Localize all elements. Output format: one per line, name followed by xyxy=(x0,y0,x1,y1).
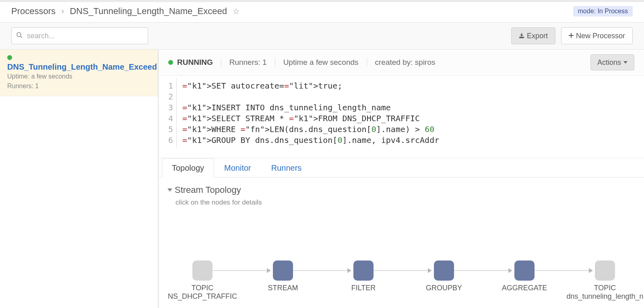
plus-icon xyxy=(569,33,574,39)
topology-edge xyxy=(293,270,351,271)
topology-hint: click on the nodes for details xyxy=(175,198,634,207)
header-runners: Runners: 1 xyxy=(229,58,267,67)
tab-monitor[interactable]: Monitor xyxy=(214,158,261,178)
topology-panel: Stream Topology click on the nodes for d… xyxy=(159,178,644,308)
search-icon xyxy=(16,32,23,40)
status-dot-icon xyxy=(7,55,12,60)
tab-runners[interactable]: Runners xyxy=(261,158,312,178)
svg-line-1 xyxy=(21,36,22,38)
topology-node-label: TOPICNS_DHCP_TRAFFIC xyxy=(168,284,237,300)
actions-dropdown[interactable]: Actions xyxy=(590,54,634,70)
caret-down-icon xyxy=(623,61,627,64)
topology-title-text: Stream Topology xyxy=(175,185,241,195)
topology-node[interactable]: FILTER xyxy=(353,260,374,281)
topology-node-label: TOPICdns_tunneling_length_n xyxy=(566,284,643,300)
chevron-down-icon xyxy=(167,188,172,192)
sidebar: DNS_Tunneling_Length_Name_Exceed Uptime:… xyxy=(0,50,159,308)
topology-node-label: FILTER xyxy=(351,284,376,292)
editor-gutter: 123456 xyxy=(159,78,177,148)
tab-topology[interactable]: Topology xyxy=(162,158,214,178)
mode-badge: mode: In Process xyxy=(573,6,633,17)
toolbar: Export New Processor xyxy=(0,22,644,50)
topology-node[interactable]: STREAM xyxy=(273,260,293,281)
topology-node-label: GROUPBY xyxy=(426,284,462,292)
header-created-by: created by: spiros xyxy=(375,58,436,67)
divider xyxy=(275,58,275,67)
breadcrumb-current: DNS_Tunneling_Length_Name_Exceed xyxy=(70,6,227,17)
new-processor-label: New Processor xyxy=(576,32,625,40)
breadcrumb-bar: Processors › DNS_Tunneling_Length_Name_E… xyxy=(0,2,644,22)
export-button[interactable]: Export xyxy=(511,27,555,44)
divider xyxy=(367,58,367,67)
topology-edge xyxy=(213,270,270,271)
star-icon[interactable]: ☆ xyxy=(233,6,240,16)
sidebar-item-title: DNS_Tunneling_Length_Name_Exceed xyxy=(7,62,151,72)
topology-edge xyxy=(454,270,512,271)
new-processor-button[interactable]: New Processor xyxy=(561,27,633,44)
sidebar-item-uptime: Uptime: a few seconds xyxy=(7,72,151,81)
topology-edge xyxy=(374,270,431,271)
status-chip: RUNNING xyxy=(168,58,213,67)
topology-node[interactable]: TOPICdns_tunneling_length_n xyxy=(595,260,615,281)
topology-title[interactable]: Stream Topology xyxy=(168,185,634,195)
content-header: RUNNING Runners: 1 Uptime a few seconds … xyxy=(159,50,644,76)
breadcrumb-separator: › xyxy=(61,6,64,17)
topology-node-label: STREAM xyxy=(268,284,298,292)
topology-node-label: AGGREGATE xyxy=(502,284,547,292)
editor-code: ="k1">SET autocreate=="lit">true; ="k1">… xyxy=(177,78,445,148)
header-uptime: Uptime a few seconds xyxy=(283,58,359,67)
sidebar-item-runners: Runners: 1 xyxy=(7,81,151,91)
status-text: RUNNING xyxy=(177,58,213,67)
sql-editor[interactable]: 123456 ="k1">SET autocreate=="lit">true;… xyxy=(159,76,644,158)
svg-point-0 xyxy=(17,33,21,37)
topology-graph: TOPICNS_DHCP_TRAFFICSTREAMFILTERGROUPBYA… xyxy=(168,220,634,308)
search-input[interactable] xyxy=(11,27,148,44)
actions-label: Actions xyxy=(597,58,621,67)
export-label: Export xyxy=(527,32,548,40)
topology-edge xyxy=(535,270,592,271)
tabs: Topology Monitor Runners xyxy=(159,158,644,178)
breadcrumb-root[interactable]: Processors xyxy=(11,6,56,17)
topology-node[interactable]: AGGREGATE xyxy=(514,260,535,281)
status-dot-icon xyxy=(168,60,173,65)
sidebar-item-processor[interactable]: DNS_Tunneling_Length_Name_Exceed Uptime:… xyxy=(0,50,158,96)
topology-node[interactable]: GROUPBY xyxy=(434,260,454,281)
download-icon xyxy=(519,33,524,39)
topology-node[interactable]: TOPICNS_DHCP_TRAFFIC xyxy=(192,260,213,281)
divider xyxy=(221,58,221,67)
